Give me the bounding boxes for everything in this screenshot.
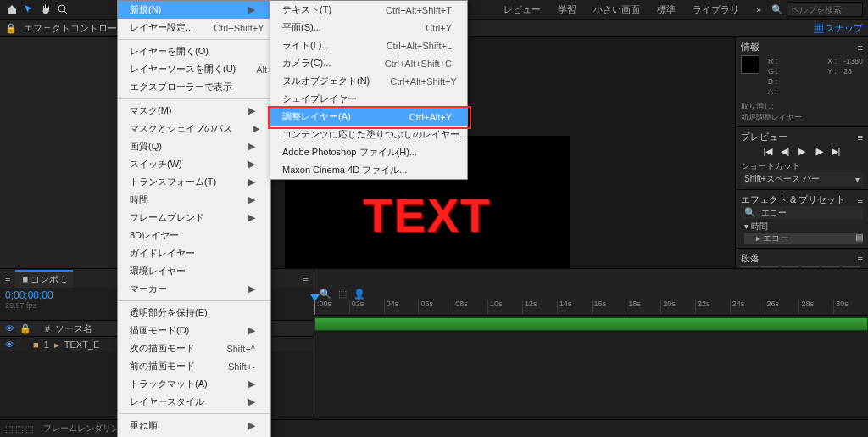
effects-group[interactable]: ▾ 時間 (744, 221, 863, 233)
menu-item[interactable]: スイッチ(W)▶ (118, 155, 270, 173)
zoom-tool-icon[interactable] (56, 3, 70, 16)
prev-frame-icon[interactable]: ◀| (779, 145, 791, 157)
panel-menu-icon[interactable]: ≡ (858, 42, 863, 53)
ws-tab[interactable]: レビュー (497, 2, 548, 18)
track-row[interactable] (314, 316, 868, 331)
ruler-tick[interactable]: 08s (453, 300, 487, 315)
menu-item[interactable]: ヌルオブジェクト(N)Ctrl+Alt+Shift+Y (270, 72, 467, 90)
ruler-tick[interactable]: 30s (833, 300, 868, 315)
ws-tab[interactable]: 標準 (650, 2, 682, 18)
info-b: B : (768, 77, 778, 86)
menu-item[interactable]: マスクとシェイプのパス▶ (118, 120, 270, 137)
menu-item[interactable]: テキスト(T)Ctrl+Alt+Shift+T (270, 1, 467, 19)
search-icon: 🔍 (771, 4, 783, 15)
menu-item[interactable]: トランスフォーム(T)▶ (118, 173, 270, 191)
effects-search-input[interactable] (760, 207, 868, 218)
home-icon[interactable] (5, 3, 19, 16)
ruler-tick[interactable]: 24s (730, 300, 765, 315)
visibility-toggle[interactable]: 👁 (5, 339, 14, 350)
ruler-tick[interactable]: 14s (557, 300, 592, 315)
layer-name[interactable]: TEXT_E (64, 339, 100, 350)
shortcut-value[interactable]: Shift+スペース バー (744, 173, 820, 185)
menu-item[interactable]: レイヤー設定...Ctrl+Shift+Y (118, 19, 270, 36)
panel-menu-icon[interactable]: ≡ (858, 132, 863, 143)
ruler-tick[interactable]: 06s (418, 300, 453, 315)
lock-col-icon[interactable]: 🔒 (19, 323, 31, 334)
info-x-label: X : (827, 57, 837, 65)
menu-item[interactable]: 時間▶ (118, 191, 270, 209)
effects-item[interactable]: ▸ エコー▤ (744, 233, 863, 244)
visibility-col-icon[interactable]: 👁 (5, 323, 14, 333)
menu-item[interactable]: トラックマット(A)▶ (118, 375, 270, 393)
ruler-tick[interactable]: 16s (592, 300, 626, 315)
ruler-tick[interactable]: 04s (384, 300, 419, 315)
ruler-tick[interactable]: 28s (798, 300, 833, 315)
menu-item[interactable]: コンテンツに応じた塗りつぶしのレイヤー... (270, 126, 467, 143)
search-icon[interactable]: 🔍 (320, 289, 331, 300)
chevron-down-icon[interactable]: ▾ (855, 175, 860, 184)
play-icon[interactable]: ▶ (796, 145, 808, 157)
menu-item[interactable]: フレームブレンド▶ (118, 209, 270, 227)
menu-item[interactable]: 新規(N)▶ (118, 1, 270, 19)
menu-item[interactable]: マスク(M)▶ (118, 102, 270, 120)
ruler-tick[interactable]: 22s (695, 300, 730, 315)
ws-tab[interactable]: 小さい画面 (587, 2, 647, 18)
menu-item[interactable]: カメラ(C)...Ctrl+Alt+Shift+C (270, 54, 467, 72)
shy-icon[interactable]: 👤 (353, 289, 365, 300)
menu-item[interactable]: 3Dレイヤー (118, 227, 270, 244)
menu-item[interactable]: エクスプローラーで表示 (118, 78, 270, 96)
time-ruler[interactable]: 🔍 ⬚ 👤 :00s02s04s06s08s10s12s14s16s18s20s… (314, 269, 868, 316)
menu-item[interactable]: レイヤーソースを開く(U)Alt+Numpad Enter (118, 60, 270, 78)
hamburger-icon[interactable]: ≡ (5, 273, 10, 283)
panel-menu-icon[interactable]: ≡ (858, 254, 863, 264)
menu-item[interactable]: 環境レイヤー (118, 262, 270, 280)
selection-tool-icon[interactable] (22, 3, 36, 16)
ruler-tick[interactable]: 26s (765, 300, 799, 315)
panel-menu-icon[interactable]: ≡ (303, 273, 309, 283)
ruler-tick[interactable]: :00s (314, 300, 349, 315)
menu-item[interactable]: 重ね順▶ (118, 417, 270, 434)
ws-more-icon[interactable]: » (749, 3, 768, 16)
menu-item[interactable]: マーカー▶ (118, 280, 270, 298)
menu-item[interactable]: 透明部分を保持(E) (118, 304, 270, 322)
ws-tab[interactable]: ライブラリ (686, 2, 746, 18)
effects-title: エフェクト & プリセット (741, 193, 845, 206)
menu-item[interactable]: シェイプレイヤー (270, 90, 467, 108)
menu-item[interactable]: Adobe Photoshop ファイル(H)... (270, 143, 467, 161)
workspace-tabs: レビュー 学習 小さい画面 標準 ライブラリ » 🔍 (497, 2, 863, 18)
ruler-tick[interactable]: 10s (487, 300, 522, 315)
ruler-tick[interactable]: 18s (626, 300, 660, 315)
ruler-tick[interactable]: 20s (660, 300, 695, 315)
menu-item[interactable]: Maxon Cinema 4D ファイル... (270, 161, 467, 179)
menu-item[interactable]: 平面(S)...Ctrl+Y (270, 19, 467, 36)
snap-toggle[interactable]: ▦ スナップ (814, 22, 863, 35)
source-name-col[interactable]: ソース名 (55, 322, 92, 335)
clip-bar[interactable] (314, 317, 868, 331)
menu-item[interactable]: ライト(L)...Ctrl+Alt+Shift+L (270, 36, 467, 54)
menu-item[interactable]: レイヤースタイル▶ (118, 393, 270, 411)
menu-item[interactable]: 調整レイヤー(A)Ctrl+Alt+Y (270, 108, 467, 126)
menu-item[interactable]: 前の描画モードShift+- (118, 357, 270, 375)
toggle-icons[interactable]: ⬚ ⬚ ⬚ (5, 424, 33, 434)
info-y: 28 (843, 67, 863, 76)
menu-item[interactable]: レイヤーを開く(O) (118, 42, 270, 60)
playhead[interactable] (314, 300, 315, 315)
help-search-input[interactable] (787, 2, 863, 17)
ws-tab[interactable]: 学習 (551, 2, 583, 18)
menu-item[interactable]: ガイドレイヤー (118, 244, 270, 262)
lock-icon[interactable]: 🔒 (5, 23, 17, 34)
menu-item[interactable]: 画質(Q)▶ (118, 137, 270, 155)
menu-item[interactable]: 次の描画モードShift+^ (118, 339, 270, 357)
timeline-tab[interactable]: ■ コンポ 1 (15, 270, 73, 288)
ruler-tick[interactable]: 02s (349, 300, 384, 315)
first-frame-icon[interactable]: |◀ (762, 145, 774, 157)
graph-icon[interactable]: ⬚ (338, 289, 347, 300)
ruler-tick[interactable]: 12s (522, 300, 557, 315)
panel-menu-icon[interactable]: ≡ (858, 195, 863, 205)
info-undo-label: 取り消し: (741, 102, 774, 110)
effect-control-label: エフェクトコントロール (24, 22, 126, 35)
menu-item[interactable]: 描画モード(D)▶ (118, 322, 270, 339)
last-frame-icon[interactable]: ▶| (830, 145, 842, 157)
hand-tool-icon[interactable] (39, 3, 53, 16)
next-frame-icon[interactable]: |▶ (813, 145, 825, 157)
